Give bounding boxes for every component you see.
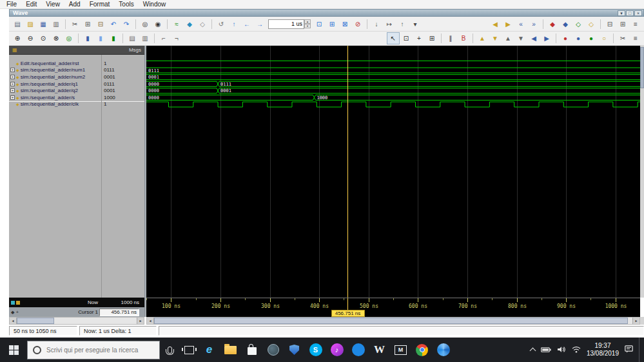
taskbar-search[interactable] xyxy=(27,341,160,359)
insert-cursor-button[interactable]: ◆ xyxy=(183,18,196,30)
save-button[interactable]: ▦ xyxy=(37,18,50,30)
run-button[interactable]: ⊡ xyxy=(313,18,326,30)
taskbar-skype[interactable]: S xyxy=(305,338,326,362)
scroll-right-arrow[interactable]: ▸ xyxy=(632,318,639,324)
battery-icon[interactable] xyxy=(541,344,551,356)
zoom-mode-button[interactable]: ⊡ xyxy=(400,32,413,44)
run-up-button[interactable]: ↑ xyxy=(228,18,240,30)
first-marker-button[interactable]: « xyxy=(514,18,527,30)
expand-toggle[interactable]: + xyxy=(10,68,15,72)
signal-row[interactable]: +◆sim:/sequential_adder/s xyxy=(9,94,101,101)
waveform-canvas[interactable]: 01110001000001110000000100001000 xyxy=(146,46,640,298)
find-next-button[interactable]: ◉ xyxy=(151,18,164,30)
compare-button[interactable]: ◇ xyxy=(572,18,585,30)
taskbar-clock[interactable]: 19:37 13/08/2019 xyxy=(587,342,619,357)
scroll-track[interactable] xyxy=(17,318,137,324)
select-mode-button[interactable]: ↖ xyxy=(387,32,400,44)
timeline-canvas[interactable]: 100 ns200 ns300 ns400 ns500 ns600 ns700 … xyxy=(146,298,640,310)
prev-marker-button[interactable]: ◀ xyxy=(489,18,502,30)
ungroup-button[interactable]: ¬ xyxy=(170,32,183,44)
redo-button[interactable]: ↷ xyxy=(120,18,133,30)
signal-row[interactable]: +◆sim:/sequential_adder/num2 xyxy=(9,73,101,81)
snap-button[interactable]: ∥ xyxy=(444,32,457,44)
close-button[interactable]: × xyxy=(634,10,642,16)
step-into-button[interactable]: ↓ xyxy=(370,18,383,30)
next-marker-button[interactable]: ▶ xyxy=(502,18,514,30)
print-button[interactable]: ▥ xyxy=(50,18,63,30)
right-pane-button[interactable]: ▮ xyxy=(107,32,120,44)
taskbar-file-explorer[interactable] xyxy=(220,338,241,362)
menu-add[interactable]: Add xyxy=(64,1,85,8)
delete-cursor-button[interactable]: ◇ xyxy=(196,18,209,30)
profile-button[interactable]: ▾ xyxy=(409,18,422,30)
expand-toggle[interactable]: + xyxy=(10,75,15,79)
task-view-button[interactable] xyxy=(179,338,199,362)
add-wave-button[interactable]: ≈ xyxy=(170,18,183,30)
taskbar-mail[interactable]: M xyxy=(390,338,411,362)
run-all-button[interactable]: ⊞ xyxy=(326,18,338,30)
zoom-last-button[interactable]: ⊗ xyxy=(50,32,63,44)
show-desktop-button[interactable] xyxy=(639,338,643,362)
last-marker-button[interactable]: » xyxy=(527,18,540,30)
add-cursor-icon[interactable]: + xyxy=(15,309,19,315)
taskbar-browser-globe[interactable] xyxy=(262,338,284,362)
maximize-button[interactable]: □ xyxy=(626,10,634,16)
move-bottom-button[interactable]: ▼ xyxy=(489,32,502,44)
signal-row[interactable]: ◆sim:/sequential_adder/clk xyxy=(9,101,101,108)
expand-toggle[interactable]: + xyxy=(10,82,15,86)
signal-row[interactable]: +◆sim:/sequential_adder/num1 xyxy=(9,67,101,74)
expand-toggle[interactable]: + xyxy=(10,88,15,93)
microphone-button[interactable] xyxy=(160,338,179,362)
taskbar-chrome[interactable] xyxy=(411,338,433,362)
wave-options-button[interactable]: ≡ xyxy=(629,32,642,44)
wave-pane-header[interactable]: ▦ Msgs xyxy=(9,46,144,55)
split-window-button[interactable]: ⊟ xyxy=(603,18,616,30)
move-up-button[interactable]: ▲ xyxy=(502,32,514,44)
taskbar-defender[interactable] xyxy=(284,338,305,362)
marker-toggle-icon[interactable] xyxy=(16,301,20,305)
breakpoint-button[interactable]: B xyxy=(457,32,470,44)
scroll-left-arrow[interactable]: ◂ xyxy=(10,318,17,324)
action-center-icon[interactable] xyxy=(625,344,633,356)
restart-button[interactable]: ↺ xyxy=(215,18,228,30)
zoom-range-button[interactable]: ◎ xyxy=(63,32,75,44)
join-window-button[interactable]: ⊞ xyxy=(616,18,629,30)
forward-button[interactable]: → xyxy=(253,18,266,30)
expand-toggle[interactable]: + xyxy=(10,95,15,100)
back-button[interactable]: ← xyxy=(240,18,253,30)
noforce-button[interactable]: ● xyxy=(572,32,585,44)
add-marker-button[interactable]: ◆ xyxy=(546,18,559,30)
break-button[interactable]: ⊠ xyxy=(338,18,351,30)
scroll-thumb[interactable] xyxy=(17,318,54,324)
paste-button[interactable]: ⊟ xyxy=(94,18,107,30)
lock-marker-button[interactable]: ◆ xyxy=(559,18,572,30)
cut-button[interactable]: ✂ xyxy=(68,18,81,30)
network-icon[interactable] xyxy=(572,344,581,356)
wave-vertical-scrollbar[interactable] xyxy=(640,46,644,298)
taskbar-edge[interactable]: e xyxy=(199,338,220,362)
scroll-track[interactable] xyxy=(154,318,632,324)
hidden-icons-chevron-icon[interactable] xyxy=(529,347,536,354)
run-length-increase-button[interactable]: ▲ xyxy=(304,19,311,24)
zoom-out-button[interactable]: ⊖ xyxy=(24,32,37,44)
vscroll-thumb[interactable] xyxy=(640,47,644,88)
copy-button[interactable]: ⊞ xyxy=(81,18,94,30)
zoom-full-button[interactable]: ⊙ xyxy=(37,32,50,44)
release-button[interactable]: ○ xyxy=(598,32,610,44)
signal-row[interactable]: +◆sim:/sequential_adder/q2 xyxy=(9,87,101,94)
menu-edit[interactable]: Edit xyxy=(21,1,41,8)
move-top-button[interactable]: ▲ xyxy=(476,32,489,44)
shift-right-button[interactable]: ▶ xyxy=(540,32,553,44)
grid-mode-button[interactable]: ⊞ xyxy=(425,32,438,44)
start-button[interactable] xyxy=(0,338,27,362)
mid-pane-button[interactable]: ▮ xyxy=(94,32,107,44)
left-pane-button[interactable]: ▮ xyxy=(81,32,94,44)
search-input[interactable] xyxy=(45,346,151,354)
open-file-button[interactable]: ▨ xyxy=(24,18,37,30)
taskbar-photos[interactable] xyxy=(433,338,454,362)
scroll-right-arrow[interactable]: ▸ xyxy=(137,318,144,324)
find-button[interactable]: ◎ xyxy=(139,18,151,30)
move-down-button[interactable]: ▼ xyxy=(514,32,527,44)
wave-window-titlebar[interactable]: Wave ▾ □ × xyxy=(9,9,644,17)
taskbar-messenger[interactable] xyxy=(347,338,369,362)
